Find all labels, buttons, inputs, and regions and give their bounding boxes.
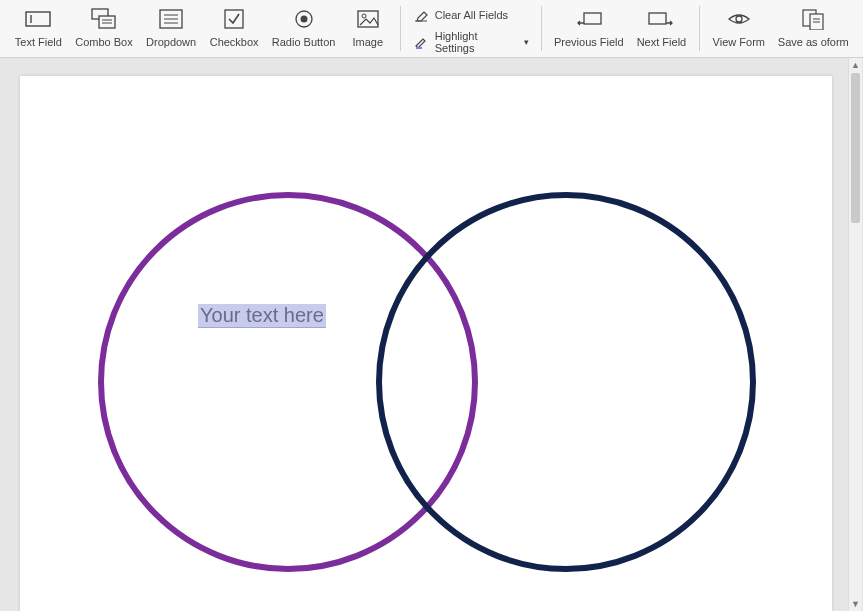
venn-circle-right[interactable] [376,192,756,572]
svg-rect-10 [225,10,243,28]
combo-box-button[interactable]: Combo Box [73,4,136,50]
eraser-icon [413,8,429,22]
previous-field-label: Previous Field [554,36,624,48]
toolbar-separator [400,6,401,51]
svg-point-12 [300,16,307,23]
form-text-field[interactable]: Your text here [198,304,326,328]
svg-rect-3 [99,16,115,28]
combo-box-icon [91,6,117,32]
combo-box-label: Combo Box [75,36,132,48]
text-field-label: Text Field [15,36,62,48]
previous-field-button[interactable]: Previous Field [552,4,626,50]
scroll-down-arrow-icon[interactable]: ▼ [849,597,862,611]
toolbar-separator [541,6,542,51]
previous-field-icon [576,6,602,32]
radio-button-icon [294,6,314,32]
field-settings-group: Clear All Fields Highlight Settings ▾ [407,4,535,58]
svg-point-19 [736,16,742,22]
svg-rect-18 [649,13,666,24]
svg-rect-17 [584,13,601,24]
svg-point-14 [362,14,366,18]
text-field-icon [25,6,51,32]
scroll-up-arrow-icon[interactable]: ▲ [849,58,862,72]
document-page[interactable]: Your text here [20,76,832,611]
clear-all-fields-label: Clear All Fields [435,9,508,21]
save-as-oform-button[interactable]: Save as oform [776,4,851,50]
radio-button-button[interactable]: Radio Button [269,4,337,50]
highlight-settings-label: Highlight Settings [435,30,514,54]
save-as-oform-label: Save as oform [778,36,849,48]
checkbox-icon [224,6,244,32]
dropdown-button[interactable]: Dropdown [143,4,199,50]
dropdown-icon [159,6,183,32]
next-field-button[interactable]: Next Field [634,4,689,50]
checkbox-label: Checkbox [210,36,259,48]
highlight-icon [413,35,429,49]
eye-icon [727,6,751,32]
text-field-placeholder: Your text here [200,304,324,326]
view-form-button[interactable]: View Form [710,4,768,50]
next-field-label: Next Field [637,36,687,48]
save-as-oform-icon [801,6,825,32]
clear-all-fields-button[interactable]: Clear All Fields [409,6,533,24]
forms-toolbar: Text Field Combo Box Dropdown Checkbox R… [0,0,863,58]
scrollbar-thumb[interactable] [851,73,860,223]
checkbox-button[interactable]: Checkbox [207,4,261,50]
chevron-down-icon: ▾ [524,37,529,47]
highlight-settings-button[interactable]: Highlight Settings ▾ [409,28,533,56]
dropdown-label: Dropdown [146,36,196,48]
vertical-scrollbar[interactable]: ▲ ▼ [848,58,862,611]
image-icon [357,6,379,32]
next-field-icon [648,6,674,32]
document-workspace: Your text here ▲ ▼ [0,58,863,611]
svg-rect-0 [26,12,50,26]
text-field-button[interactable]: Text Field [12,4,65,50]
image-button[interactable]: Image [346,4,390,50]
toolbar-separator [699,6,700,51]
radio-button-label: Radio Button [272,36,336,48]
image-label: Image [352,36,383,48]
view-form-label: View Form [713,36,765,48]
